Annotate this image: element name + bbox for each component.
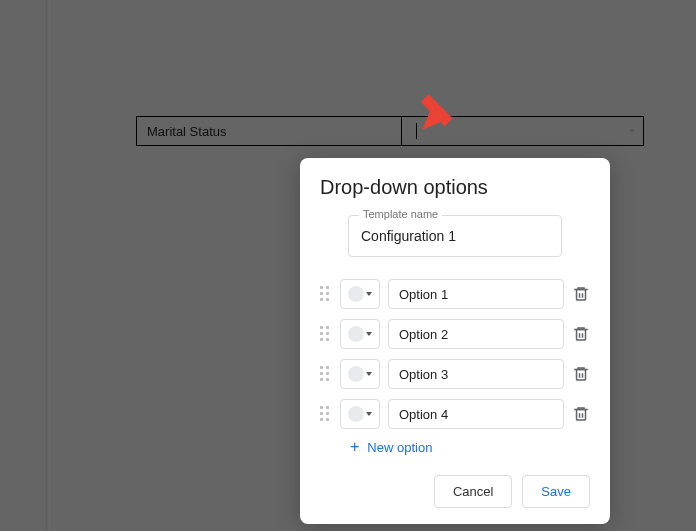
color-swatch-icon	[348, 326, 364, 342]
option-text-value: Option 3	[399, 367, 448, 382]
svg-rect-2	[577, 290, 586, 301]
chevron-down-icon	[366, 412, 372, 416]
delete-option-button[interactable]	[572, 325, 590, 343]
option-color-picker[interactable]	[340, 279, 380, 309]
option-row: Option 4	[320, 399, 590, 429]
option-text-input[interactable]: Option 2	[388, 319, 564, 349]
option-text-input[interactable]: Option 1	[388, 279, 564, 309]
template-name-label: Template name	[359, 208, 442, 220]
form-table-row: Marital Status	[136, 116, 644, 146]
save-button[interactable]: Save	[522, 475, 590, 508]
cancel-button-label: Cancel	[453, 484, 493, 499]
save-button-label: Save	[541, 484, 571, 499]
dialog-button-row: Cancel Save	[320, 475, 590, 508]
option-row: Option 3	[320, 359, 590, 389]
new-option-button[interactable]: + New option	[350, 439, 590, 455]
drag-handle-icon[interactable]	[320, 406, 332, 422]
cancel-button[interactable]: Cancel	[434, 475, 512, 508]
template-name-value: Configuration 1	[361, 228, 456, 244]
field-label-cell: Marital Status	[137, 117, 402, 145]
option-text-value: Option 2	[399, 327, 448, 342]
options-list: Option 1Option 2Option 3Option 4	[320, 279, 590, 429]
option-color-picker[interactable]	[340, 399, 380, 429]
svg-rect-4	[577, 370, 586, 381]
color-swatch-icon	[348, 406, 364, 422]
svg-rect-3	[577, 330, 586, 341]
option-row: Option 1	[320, 279, 590, 309]
option-row: Option 2	[320, 319, 590, 349]
delete-option-button[interactable]	[572, 405, 590, 423]
text-cursor	[416, 123, 417, 139]
new-option-label: New option	[367, 440, 432, 455]
dropdown-options-dialog: Drop-down options Template name Configur…	[300, 158, 610, 524]
template-name-input[interactable]: Template name Configuration 1	[348, 215, 562, 257]
chevron-down-icon	[366, 372, 372, 376]
plus-icon: +	[350, 439, 359, 455]
chevron-down-icon	[629, 129, 635, 133]
option-text-input[interactable]: Option 3	[388, 359, 564, 389]
color-swatch-icon	[348, 286, 364, 302]
dropdown-cell[interactable]	[402, 117, 643, 145]
chevron-down-icon	[366, 292, 372, 296]
drag-handle-icon[interactable]	[320, 326, 332, 342]
option-text-input[interactable]: Option 4	[388, 399, 564, 429]
color-swatch-icon	[348, 366, 364, 382]
option-text-value: Option 4	[399, 407, 448, 422]
drag-handle-icon[interactable]	[320, 366, 332, 382]
delete-option-button[interactable]	[572, 285, 590, 303]
option-color-picker[interactable]	[340, 359, 380, 389]
chevron-down-icon	[366, 332, 372, 336]
dialog-title: Drop-down options	[320, 176, 590, 199]
drag-handle-icon[interactable]	[320, 286, 332, 302]
document-left-edge	[46, 0, 50, 531]
option-text-value: Option 1	[399, 287, 448, 302]
option-color-picker[interactable]	[340, 319, 380, 349]
field-label-text: Marital Status	[147, 124, 226, 139]
svg-rect-5	[577, 410, 586, 421]
delete-option-button[interactable]	[572, 365, 590, 383]
